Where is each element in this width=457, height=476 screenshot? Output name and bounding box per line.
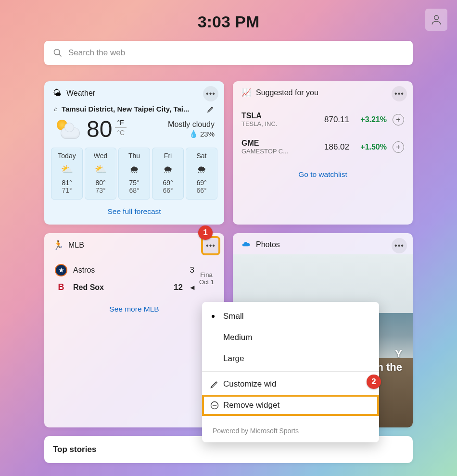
forecast-day[interactable]: Today⛅81°71° <box>51 148 83 200</box>
menu-customize-widget[interactable]: Customize wid 2 <box>202 374 379 395</box>
photo-caption-line: n the <box>377 361 402 373</box>
stock-company: GAMESTOP C... <box>241 148 299 155</box>
onedrive-icon <box>241 240 251 250</box>
svg-point-1 <box>54 50 60 55</box>
sports-icon: 🏃 <box>53 240 63 251</box>
droplet-icon: 💧 <box>189 130 198 138</box>
callout-badge-2: 2 <box>367 375 381 389</box>
weather-more-button[interactable]: ••• <box>203 86 218 101</box>
menu-separator <box>202 418 379 418</box>
widget-context-menu: Small Medium Large Customize wid 2 Remov… <box>202 302 379 442</box>
user-icon <box>430 13 443 26</box>
stock-row[interactable]: TSLATESLA, INC. 870.11 +3.21% + <box>241 106 404 133</box>
search-icon <box>53 48 63 58</box>
redsox-logo-icon: B <box>55 282 67 292</box>
photos-title: Photos <box>256 240 280 249</box>
svg-line-2 <box>59 54 62 57</box>
away-team: Astros <box>73 266 95 275</box>
menu-remove-widget[interactable]: Remove widget <box>202 395 379 416</box>
stock-change: +1.50% <box>355 143 387 151</box>
search-bar[interactable] <box>44 41 413 65</box>
stocks-title: Suggested for you <box>256 88 318 97</box>
forecast-day[interactable]: Thu🌧75°68° <box>118 148 150 200</box>
winner-caret-icon: ◂ <box>190 283 194 292</box>
weather-condition-icon <box>54 119 81 140</box>
edit-icon[interactable] <box>207 105 215 113</box>
stock-price: 870.11 <box>318 115 349 125</box>
weather-condition: Mostly cloudy <box>168 120 215 129</box>
add-stock-button[interactable]: + <box>393 114 404 125</box>
weather-location[interactable]: Tamsui District, New Taipei City, Tai... <box>62 105 203 113</box>
avatar[interactable] <box>425 9 447 31</box>
unit-fahrenheit[interactable]: °F <box>115 118 127 128</box>
stock-symbol: GME <box>241 139 313 148</box>
forecast-day[interactable]: Wed⛅80°73° <box>85 148 116 200</box>
mlb-card: 1 🏃 MLB ••• ★ Astros 3 B Red Sox 12 ◂ <box>44 233 224 427</box>
menu-separator <box>202 371 379 372</box>
photos-more-button[interactable]: ••• <box>392 238 407 253</box>
weather-forecast-link[interactable]: See full forecast <box>44 200 224 225</box>
weather-icon: 🌤 <box>53 88 62 98</box>
forecast-row: Today⛅81°71° Wed⛅80°73° Thu🌧75°68° Fri🌧6… <box>44 148 224 200</box>
mlb-more-link[interactable]: See more MLB <box>44 297 224 322</box>
top-stories-title: Top stories <box>53 445 96 454</box>
astros-logo-icon: ★ <box>55 264 67 276</box>
home-icon: ⌂ <box>54 105 58 113</box>
stock-symbol: TSLA <box>241 112 313 120</box>
photo-caption-line: Y <box>395 348 402 360</box>
stock-company: TESLA, INC. <box>241 120 299 127</box>
search-input[interactable] <box>68 48 404 58</box>
weather-humidity: 23% <box>200 130 215 138</box>
away-score: 3 <box>181 265 194 275</box>
add-stock-button[interactable]: + <box>393 141 404 153</box>
menu-footer: Powered by Microsoft Sports <box>202 420 379 442</box>
weather-card: 🌤 Weather ••• ⌂ Tamsui District, New Tai… <box>44 81 224 225</box>
stocks-card: 📈 Suggested for you ••• TSLATESLA, INC. … <box>233 81 413 225</box>
menu-size-large[interactable]: Large <box>202 348 379 369</box>
mlb-more-button[interactable]: ••• <box>203 238 218 253</box>
stock-change: +3.21% <box>355 115 387 124</box>
remove-icon <box>210 401 219 410</box>
callout-badge-1: 1 <box>198 225 213 240</box>
game-date: Oct 1 <box>199 278 214 286</box>
pencil-icon <box>210 379 219 389</box>
home-team: Red Sox <box>73 283 104 292</box>
mlb-title: MLB <box>68 241 84 250</box>
stocks-watchlist-link[interactable]: Go to watchlist <box>233 163 413 188</box>
stock-price: 186.02 <box>318 142 349 152</box>
stocks-more-button[interactable]: ••• <box>392 86 407 101</box>
svg-point-0 <box>434 15 439 20</box>
weather-temp: 80 <box>87 118 112 141</box>
clock: 3:03 PM <box>0 0 457 31</box>
unit-celsius[interactable]: °C <box>115 128 127 138</box>
mlb-game[interactable]: ★ Astros 3 B Red Sox 12 ◂ Fina Oct 1 <box>44 255 224 297</box>
menu-size-small[interactable]: Small <box>202 306 379 327</box>
game-status: Fina <box>199 271 214 278</box>
home-score: 12 <box>169 283 183 292</box>
forecast-day[interactable]: Sat🌧69°66° <box>186 148 217 200</box>
forecast-day[interactable]: Fri🌧69°66° <box>152 148 184 200</box>
weather-title: Weather <box>66 89 95 98</box>
menu-size-medium[interactable]: Medium <box>202 327 379 348</box>
trending-up-icon: 📈 <box>241 88 251 97</box>
stock-row[interactable]: GMEGAMESTOP C... 186.02 +1.50% + <box>241 133 404 161</box>
